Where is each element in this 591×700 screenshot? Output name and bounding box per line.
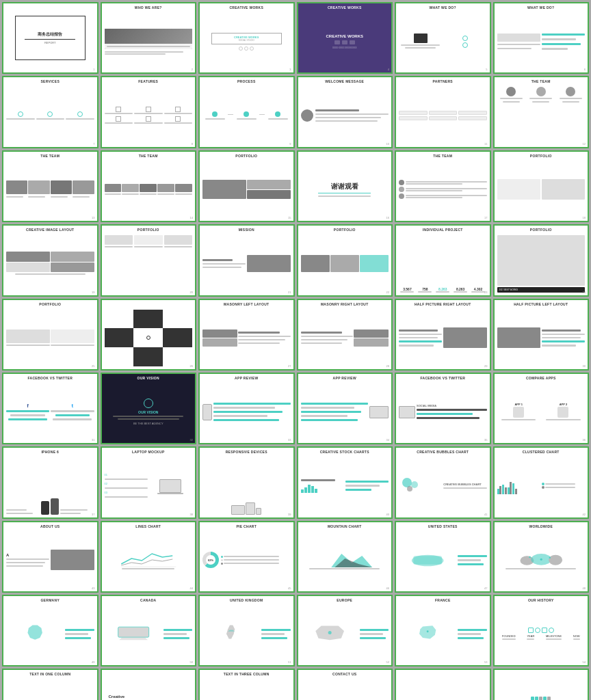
slide-37[interactable]: IPHONE 6 37 (2, 446, 98, 518)
slide-24-title: PORTFOLIO (495, 228, 588, 232)
svg-marker-14 (119, 637, 148, 640)
slide-44-num: 44 (190, 587, 193, 590)
slide-54[interactable]: OUR HISTORY FOUNDED YEAR MILESTONE NOW 5… (493, 595, 590, 667)
slide-39[interactable]: RESPONSIVE DEVICES 39 (198, 446, 295, 518)
slide-25-title: PORTFOLIO (3, 302, 97, 306)
slide-10[interactable]: WELCOME MESSAGE 10 (297, 76, 393, 148)
slide-43-title: ABOUT US (3, 524, 97, 528)
slide-40[interactable]: CREATIVE STOCK CHARTS 40 (297, 446, 393, 518)
slide-10-title: WELCOME MESSAGE (298, 79, 392, 83)
svg-point-18 (328, 631, 331, 634)
slide-28-title: MASONRY RIGHT LAYOUT (298, 302, 392, 306)
slide-46[interactable]: MOUNTAIN CHART 46 (297, 521, 393, 593)
slide-7[interactable]: SERVICES 7 (2, 76, 98, 148)
slide-8-num: 8 (192, 142, 193, 146)
slide-2[interactable]: WHO WE ARE? 2 (101, 2, 197, 74)
slide-11[interactable]: PARTNERS 11 (395, 76, 491, 148)
slide-26[interactable]: 26 (101, 299, 197, 371)
slide-19-title: CREATIVE IMAGE LAYOUT (3, 228, 97, 232)
slide-18[interactable]: PORTFOLIO 18 (493, 150, 590, 222)
slide-4[interactable]: CREATIVE WORKS CREATIVE WORKS XXXX XXXX … (297, 2, 393, 74)
slide-48[interactable]: WORLDWIDE 48 (493, 521, 590, 593)
slide-1[interactable]: 商务总结报告 REPORT 1 (2, 2, 98, 74)
slide-3[interactable]: CREATIVE WORKS CREATIVE WORKS SOCIAL STU… (198, 2, 295, 74)
slide-11-title: PARTNERS (396, 79, 490, 83)
slide-50[interactable]: CANADA 50 (101, 595, 197, 667)
slide-45[interactable]: PIE CHART 62% (198, 521, 295, 593)
slide-5[interactable]: WHAT WE DO? 5 (395, 2, 491, 74)
slide-12[interactable]: THE TEAM 12 (493, 76, 590, 148)
slide-8[interactable]: FEATURES (101, 76, 197, 148)
slide-23[interactable]: INDIVIDUAL PROJECT 3.567 758 8.263 8.263… (395, 224, 491, 296)
slide-14-num: 14 (190, 216, 193, 219)
slide-12-num: 12 (583, 142, 586, 146)
slide-55[interactable]: TEXT IN ONE COLUMN 55 (2, 669, 98, 700)
slide-24[interactable]: PORTFOLIO 2017 BEST WORKS 24 (493, 224, 590, 296)
slide-25[interactable]: PORTFOLIO 25 (2, 299, 98, 371)
slide-27-num: 27 (288, 364, 291, 368)
slide-27[interactable]: MASONRY LEFT LAYOUT 27 (198, 299, 295, 371)
slide-16[interactable]: 谢谢观看 16 (297, 150, 393, 222)
slide-17[interactable]: THE TEAM 17 (395, 150, 491, 222)
slide-60[interactable]: 60 (493, 669, 590, 700)
slide-13[interactable]: THE TEAM 13 (2, 150, 98, 222)
slide-59[interactable]: 59 (395, 669, 491, 700)
slide-9[interactable]: PROCESS 9 (198, 76, 295, 148)
slide-36[interactable]: COMPARE APPS APP 1 APP 2 36 (493, 373, 590, 444)
slide-42[interactable]: CLUSTERED CHART (493, 446, 590, 518)
slide-32[interactable]: OUR VISION OUR VISION BE THE BEST AGENCY… (101, 373, 197, 444)
slide-46-num: 46 (386, 587, 389, 590)
slide-53[interactable]: FRANCE 53 (395, 595, 491, 667)
slide-33[interactable]: APP REVIEW 33 (198, 373, 295, 444)
slide-1-title: 商务总结报告 (38, 31, 62, 38)
slide-41-title: CREATIVE BUBBLES CHART (396, 450, 490, 454)
slide-30[interactable]: HALF PICTURE LEFT LAYOUT 30 (493, 299, 590, 371)
slide-52[interactable]: EUROPE 52 (297, 595, 393, 667)
slide-57[interactable]: TEXT IN THREE COLUMN 57 (198, 669, 295, 700)
germany-map-svg (6, 624, 64, 641)
slide-25-num: 25 (92, 364, 94, 368)
slide-43[interactable]: ABOUT US A 43 (2, 521, 98, 593)
lines-chart-svg (105, 550, 193, 567)
slide-14[interactable]: THE TEAM 14 (101, 150, 197, 222)
slide-34[interactable]: APP REVIEW 34 (297, 373, 393, 444)
slide-6[interactable]: WHAT WE DO? 6 (493, 2, 590, 74)
slide-57-title: TEXT IN THREE COLUMN (200, 672, 293, 676)
slide-1-subtitle: REPORT (44, 41, 56, 44)
slide-22[interactable]: PORTFOLIO 22 (297, 224, 393, 296)
slide-51[interactable]: UNITED KINGDOM 51 (198, 595, 295, 667)
slide-22-num: 22 (386, 291, 389, 294)
slide-47[interactable]: UNITED STATES 47 (395, 521, 491, 593)
slide-53-num: 53 (484, 660, 487, 664)
slide-7-num: 7 (93, 142, 94, 146)
slide-19-num: 19 (92, 291, 94, 294)
slide-38[interactable]: LAPTOP MOCKUP 01 02 03 38 (101, 446, 197, 518)
slide-56[interactable]: CreativeTextLayouts 56 (101, 669, 197, 700)
slide-44[interactable]: LINES CHART 44 (101, 521, 197, 593)
slide-35[interactable]: FACEBOOK VS TWITTER SOCIAL MEDIA 35 (395, 373, 491, 444)
slide-39-title: RESPONSIVE DEVICES (200, 450, 293, 454)
slide-41[interactable]: CREATIVE BUBBLES CHART CREATIVE BUBBLES … (395, 446, 491, 518)
slide-7-title: SERVICES (3, 79, 97, 83)
slide-50-num: 50 (190, 660, 193, 664)
canada-map-svg (105, 624, 162, 641)
slide-29[interactable]: HALF PICTURE RIGHT LAYOUT 29 (395, 299, 491, 371)
slide-46-title: MOUNTAIN CHART (298, 524, 392, 528)
slide-15[interactable]: PORTFOLIO 15 (198, 150, 295, 222)
slide-19[interactable]: CREATIVE IMAGE LAYOUT 19 (2, 224, 98, 296)
slide-45-title: PIE CHART (200, 524, 293, 528)
slide-38-num: 38 (190, 513, 193, 516)
slide-28[interactable]: MASONRY RIGHT LAYOUT 28 (297, 299, 393, 371)
slide-20[interactable]: PORTFOLIO 20 (101, 224, 197, 296)
slide-2-num: 2 (192, 68, 193, 71)
uk-map-svg (202, 624, 260, 641)
slide-31-num: 31 (92, 438, 94, 442)
slide-49[interactable]: GERMANY 49 (2, 595, 98, 667)
slide-16-num: 16 (386, 216, 389, 219)
slide-21[interactable]: MISSION 21 (198, 224, 295, 296)
slide-31[interactable]: FACEBOOK VS TWITTER f t 31 (2, 373, 98, 444)
slide-58[interactable]: CONTACT US CONTACT US 58 (297, 669, 393, 700)
slide-18-num: 18 (583, 216, 586, 219)
slide-42-title: CLUSTERED CHART (495, 450, 588, 454)
slide-49-title: GERMANY (3, 598, 97, 602)
